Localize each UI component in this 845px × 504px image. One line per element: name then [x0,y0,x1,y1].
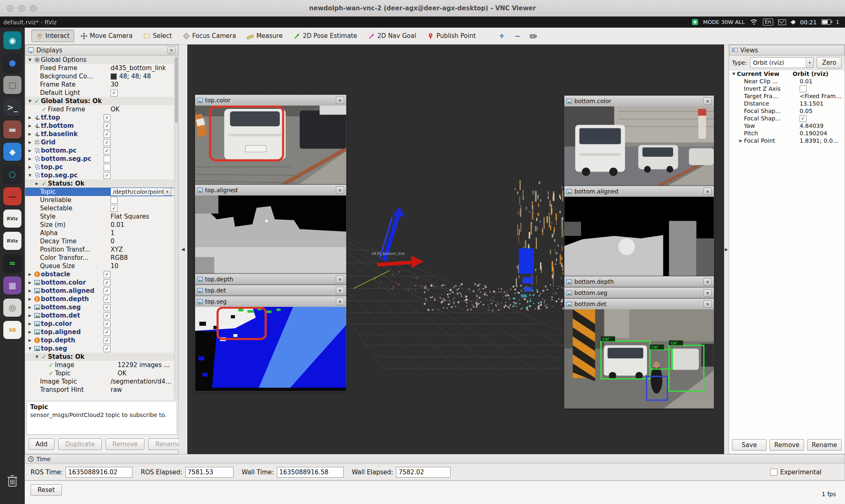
duplicate-button[interactable]: Duplicate [58,438,101,450]
launcher-app-terminal[interactable]: >_ [3,98,21,116]
experimental-option[interactable]: Experimental [770,469,821,476]
image-panel-top-color[interactable]: top.color× [195,94,347,185]
remove-button[interactable]: Remove [769,439,804,451]
display-row-top-color[interactable]: ▶top.color✓ [25,320,175,328]
time-field-input[interactable] [277,467,344,478]
display-row-frame-rate[interactable]: Frame Rate30 [25,80,175,89]
display-row-bottom-det[interactable]: ▶bottom.det✓ [25,311,175,320]
image-panel-bottom-depth[interactable]: bottom.depth× [564,276,714,287]
checkbox[interactable]: ✓ [104,147,111,154]
display-row-style[interactable]: StyleFlat Squares [25,212,175,221]
time-field-input[interactable] [66,467,132,478]
display-row-global-options[interactable]: ▼Global Options [25,56,175,64]
checkbox[interactable]: ✓ [104,279,111,286]
image-panel-titlebar[interactable]: top.seg× [195,296,346,307]
display-row-color-transfor[interactable]: Color Transfor...RGB8 [25,254,175,262]
reset-button[interactable]: Reset [31,484,62,496]
close-icon[interactable]: × [703,300,712,308]
display-row-status-ok[interactable]: ▼✓Status: Ok [25,353,175,361]
remove-button[interactable]: Remove [106,438,145,450]
image-panel-titlebar[interactable]: bottom.depth× [564,276,714,287]
expander-icon[interactable]: ▶ [27,305,33,309]
display-row-decay-time[interactable]: Decay Time0 [25,237,175,245]
display-row-queue-size[interactable]: Queue Size10 [25,262,175,270]
checkbox[interactable]: ✓ [104,345,111,352]
launcher-app-sd-card[interactable]: SD [3,321,21,339]
checkbox[interactable] [800,85,807,92]
expander-icon[interactable]: ▶ [738,139,744,143]
checkbox[interactable]: ✓ [800,115,807,122]
image-panel-titlebar[interactable]: bottom.color× [564,96,714,107]
launcher-app-disk[interactable]: ◎ [3,299,21,317]
scrollbar-thumb[interactable] [175,57,178,123]
splitter-left[interactable]: ◀ [179,45,187,454]
expander-icon[interactable]: ▶ [27,165,33,169]
launcher-app-gray-box[interactable]: □ [3,76,21,94]
display-row-fixed-frame[interactable]: ✓Fixed FrameOK [25,105,175,113]
image-panel-titlebar[interactable]: bottom.seg× [564,287,714,299]
experimental-checkbox[interactable] [770,469,777,476]
close-icon[interactable]: × [703,188,712,195]
display-row-grid[interactable]: ▶Grid✓ [25,138,175,146]
checkbox[interactable]: ✓ [104,172,111,179]
rename-button[interactable]: Rename [807,439,842,451]
launcher-app-red-switch[interactable]: — [3,187,21,205]
expander-icon[interactable]: ▶ [27,140,33,144]
expander-icon[interactable]: ▼ [34,355,40,359]
display-row-size-m[interactable]: Size (m)0.01 [25,221,175,229]
checkbox[interactable]: ✓ [104,337,111,344]
tool-interact[interactable]: Interact [31,30,74,42]
expander-icon[interactable]: ▶ [27,330,33,334]
image-panel-titlebar[interactable]: top.depth× [195,274,346,285]
checkbox[interactable]: ✓ [104,287,111,294]
checkbox[interactable]: ✓ [104,139,111,146]
display-row-bottom-pc[interactable]: ▶bottom.pc✓ [25,146,175,155]
time-field-input[interactable] [396,467,451,478]
tool-2d-pose-estimate[interactable]: 2D Pose Estimate [289,30,362,42]
window-controls[interactable] [7,5,37,12]
volume-icon[interactable] [791,20,795,25]
topic-combobox[interactable]: /depth/color/points▾ [111,188,171,196]
close-icon[interactable]: × [336,276,344,283]
launcher-app-purple-grid[interactable]: ▦ [3,276,21,294]
launcher-app-teal-swirl[interactable]: ◉ [3,31,21,49]
display-row-transport-hint[interactable]: Transport Hintraw [25,386,175,394]
views-panel-header[interactable]: Views [729,45,845,56]
close-icon[interactable]: × [336,186,344,194]
display-row-image[interactable]: ✓Image12292 images receiv... [25,361,175,369]
checkbox[interactable]: ✓ [111,89,118,97]
image-panel-titlebar[interactable]: top.color× [195,95,346,106]
display-row-alpha[interactable]: Alpha1 [25,229,175,237]
launcher-app-teal-ring[interactable]: ○ [3,165,21,183]
expander-icon[interactable]: ▶ [27,124,33,128]
image-panel-top-aligned[interactable]: top.aligned× [195,184,347,274]
expander-icon[interactable]: ▼ [27,58,33,62]
checkbox[interactable]: ✓ [104,122,111,130]
checkbox[interactable]: ✓ [104,320,111,327]
view-row-focal-shap[interactable]: Focal Shap...✓ [729,115,845,122]
tool-measure[interactable]: Measure [242,30,287,42]
launcher-app-rviz-1[interactable]: RViz [3,210,21,228]
display-row-fixed-frame[interactable]: Fixed Framed435_bottom_link [25,64,175,72]
display-row-tf-bottom[interactable]: ▶tf.bottom✓ [25,122,175,130]
display-row-bottom-depth[interactable]: ▶!bottom.depth✓ [25,295,175,303]
expander-icon[interactable]: ▶ [27,322,33,326]
zero-button[interactable]: Zero [817,57,842,68]
image-panel-titlebar[interactable]: top.det× [195,285,346,296]
3d-viewport[interactable]: d435_bottom_link top.color× top.aligned×… [187,45,724,454]
close-icon[interactable]: × [336,97,344,104]
mail-icon[interactable] [778,19,786,25]
close-icon[interactable]: × [336,287,344,294]
minus-icon[interactable]: − [512,31,522,41]
checkbox[interactable]: ✓ [104,131,111,138]
view-row-current-view[interactable]: ▼Current ViewOrbit (rviz) [729,70,845,78]
image-panel-titlebar[interactable]: bottom.det× [564,299,714,310]
launcher-app-rviz-2[interactable]: RViz [3,232,21,250]
close-icon[interactable]: × [703,278,712,285]
image-panel-bottom-seg[interactable]: bottom.seg× [564,287,714,299]
checkbox[interactable]: ✓ [104,296,111,303]
image-panel-bottom-det[interactable]: bottom.det× car car car [564,298,714,409]
view-row-focal-point[interactable]: ▶Focal Point1.8391; 0.036044;... [729,137,845,144]
close-icon[interactable]: × [703,289,712,297]
expander-icon[interactable]: ▶ [27,313,33,318]
